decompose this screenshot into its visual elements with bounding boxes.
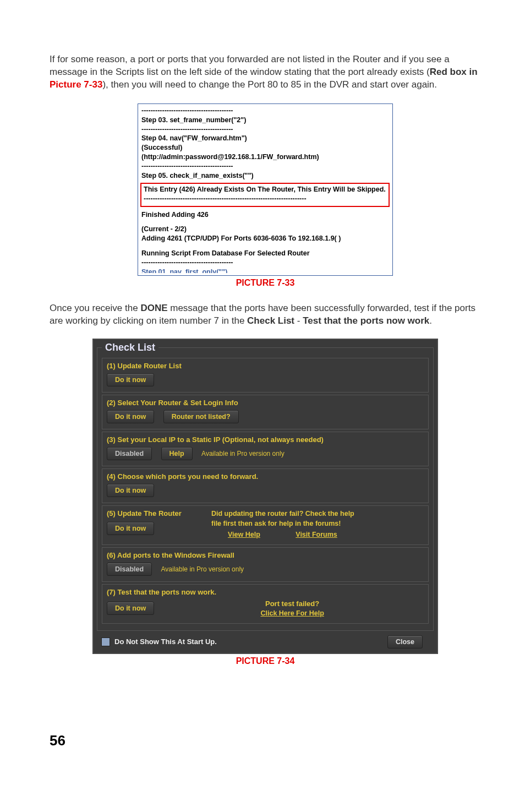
log-error-dash: ----------------------------------------… (144, 194, 386, 204)
port-test-failed-label: Port test failed? (161, 600, 424, 608)
p2-done: DONE (140, 303, 167, 313)
log-finished: Finished Adding 426 (141, 210, 389, 220)
do-not-show-checkbox[interactable] (101, 637, 110, 646)
step-5-title: (5) Update The Router (107, 509, 211, 517)
scripts-log-box: ----------------------------------------… (138, 103, 393, 276)
step-3-help-button[interactable]: Help (161, 447, 193, 460)
visit-forums-link[interactable]: Visit Forums (296, 531, 337, 538)
step-4-doitnow-button[interactable]: Do it now (107, 484, 154, 497)
page-number: 56 (50, 732, 481, 749)
log-step04c: (http://admin:password@192.168.1.1/FW_fo… (141, 152, 389, 162)
log-adding: Adding 4261 (TCP/UDP) For Ports 6036-603… (141, 234, 389, 243)
step-5-doitnow-button[interactable]: Do it now (107, 522, 154, 535)
step-6-pro-only-label: Available in Pro version only (161, 565, 244, 573)
check-list-dialog: Check List (1) Update Router List Do it … (92, 339, 438, 654)
log-dashes: ---------------------------------------- (141, 258, 389, 268)
log-step05: Step 05. check_if_name_exists("") (141, 171, 389, 181)
log-step04a: Step 04. nav("FW_forward.htm") (141, 134, 389, 143)
step-6-disabled-button[interactable]: Disabled (107, 563, 152, 576)
p2-dash: - (294, 315, 303, 326)
step-1-group: (1) Update Router List Do it now (102, 358, 429, 393)
p2-a: Once you receive the (50, 303, 140, 313)
p2-check: Check List (247, 315, 294, 326)
dialog-bottom-bar: Do Not Show This At Start Up. Close (95, 632, 436, 650)
step-5-help-line1: Did updating the router fail? Check the … (211, 509, 354, 518)
log-dashes: ---------------------------------------- (141, 125, 389, 134)
step-7-title: (7) Test that the ports now work. (107, 588, 424, 596)
check-list-legend: Check List (102, 342, 158, 353)
log-step03: Step 03. set_frame_number("2") (141, 116, 389, 125)
step-3-title: (3) Set your Local IP to a Static IP (Op… (107, 435, 424, 444)
p2-test: Test that the ports now work (303, 315, 429, 326)
view-help-link[interactable]: View Help (228, 531, 260, 538)
log-dashes: ---------------------------------------- (141, 106, 389, 116)
intro-paragraph-1: If for some reason, a port or ports that… (50, 53, 481, 91)
step-5-help-line2: file first then ask for help in the foru… (211, 519, 341, 528)
step-2-doitnow-button[interactable]: Do it now (107, 410, 154, 423)
intro-paragraph-2: Once you receive the DONE message that t… (50, 302, 481, 328)
step-3-disabled-button[interactable]: Disabled (107, 447, 152, 460)
p1-b-prefix: Red box in (430, 67, 478, 77)
log-cutoff: Step 01. nav_first_only("") (141, 268, 389, 273)
step-2-title: (2) Select Your Router & Set Login Info (107, 399, 424, 407)
step-7-doitnow-button[interactable]: Do it now (107, 602, 154, 615)
do-not-show-label: Do Not Show This At Start Up. (114, 637, 387, 646)
figure-caption-7-33: PICTURE 7-33 (50, 278, 481, 288)
log-step04b: (Successful) (141, 143, 389, 152)
step-4-group: (4) Choose which ports you need to forwa… (102, 468, 429, 503)
router-not-listed-button[interactable]: Router not listed? (163, 410, 239, 423)
step-1-doitnow-button[interactable]: Do it now (107, 373, 154, 386)
log-error-highlight: This Entry (426) Already Exists On The R… (140, 183, 390, 207)
click-here-for-help-link[interactable]: Click Here For Help (260, 609, 324, 617)
step-4-title: (4) Choose which ports you need to forwa… (107, 472, 424, 481)
step-2-group: (2) Select Your Router & Set Login Info … (102, 395, 429, 429)
p1-b-red: Picture 7-33 (50, 79, 102, 90)
p2-period: . (429, 315, 432, 326)
log-current: (Current - 2/2) (141, 225, 389, 234)
figure-caption-7-34: PICTURE 7-34 (50, 656, 481, 666)
p1-a: If for some reason, a port or ports that… (50, 54, 450, 77)
step-3-pro-only-label: Available in Pro version only (201, 450, 285, 457)
close-button[interactable]: Close (387, 635, 423, 648)
step-7-group: (7) Test that the ports now work. Do it … (102, 584, 429, 624)
log-error-msg: This Entry (426) Already Exists On The R… (144, 185, 386, 194)
p1-c: ), then you will need to change the Port… (102, 79, 437, 90)
step-6-group: (6) Add ports to the Windows Firewall Di… (102, 547, 429, 582)
step-5-group: (5) Update The Router Do it now Did upda… (102, 505, 429, 545)
step-6-title: (6) Add ports to the Windows Firewall (107, 551, 424, 559)
step-3-group: (3) Set your Local IP to a Static IP (Op… (102, 432, 429, 466)
step-1-title: (1) Update Router List (107, 362, 424, 370)
log-dashes: ---------------------------------------- (141, 162, 389, 171)
log-running: Running Script From Database For Selecte… (141, 249, 389, 258)
